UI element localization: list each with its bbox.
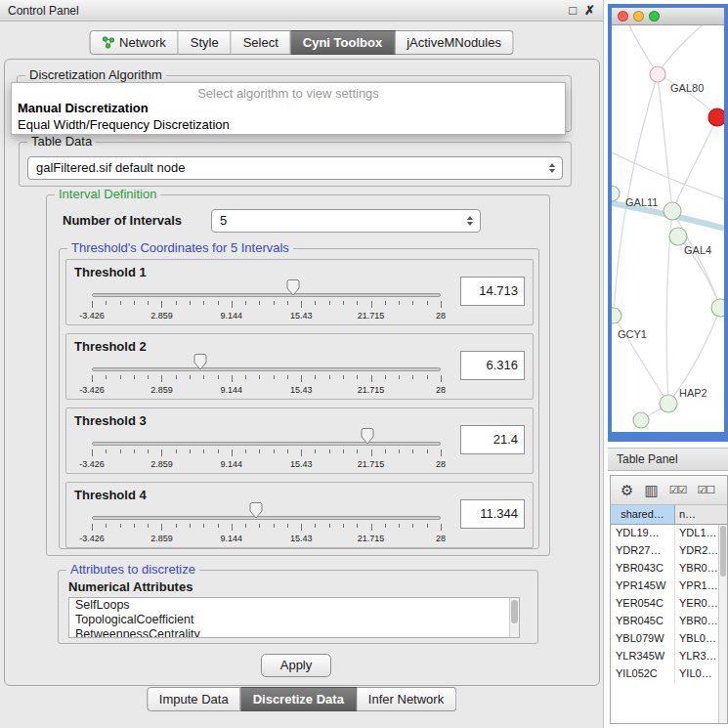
cell-shared-name[interactable]: YLR345W xyxy=(611,648,675,665)
tab-discretize-data[interactable]: Discretize Data xyxy=(241,687,357,711)
scrollbar-thumb[interactable] xyxy=(511,600,518,623)
slider-tick xyxy=(232,301,233,308)
network-node[interactable] xyxy=(633,412,649,428)
cell-name[interactable]: YDR2… xyxy=(675,542,718,560)
network-node[interactable] xyxy=(711,299,724,317)
minimize-traffic-light-icon[interactable] xyxy=(633,11,644,21)
table-row[interactable]: YBR043CYBR0… xyxy=(611,560,718,578)
table-scrollbar[interactable] xyxy=(718,525,727,723)
tab-select[interactable]: Select xyxy=(232,30,291,55)
network-node[interactable] xyxy=(669,228,687,245)
threshold-value-field[interactable]: 21.4 xyxy=(460,425,525,454)
network-edge[interactable] xyxy=(614,74,658,316)
cell-shared-name[interactable]: YBL079W xyxy=(611,630,675,648)
cell-name[interactable]: YBR0… xyxy=(675,560,718,578)
network-canvas[interactable]: GAL80GAL11GAL4GCY1HAP2 xyxy=(612,25,724,431)
slider-tick xyxy=(161,375,162,382)
cell-name[interactable]: YIL0… xyxy=(675,665,718,683)
threshold-slider[interactable]: -3.4262.8599.14415.4321.71528 xyxy=(92,483,441,547)
threshold-slider[interactable]: -3.4262.8599.14415.4321.71528 xyxy=(92,334,441,399)
cell-shared-name[interactable]: YIL052C xyxy=(611,665,675,683)
tab-style[interactable]: Style xyxy=(179,30,232,55)
close-traffic-light-icon[interactable] xyxy=(618,11,628,21)
dropdown-option-equal-width-frequency[interactable]: Equal Width/Frequency Discretization xyxy=(12,116,565,133)
attribute-item[interactable]: BetweennessCentrality xyxy=(69,627,519,638)
slider-thumb[interactable] xyxy=(286,279,300,296)
network-edge[interactable] xyxy=(658,25,702,74)
close-icon[interactable]: ✗ xyxy=(584,3,595,18)
table-row[interactable]: YBR045CYBR0… xyxy=(611,613,718,630)
slider-track[interactable] xyxy=(92,367,441,371)
threshold-value-field[interactable]: 14.713 xyxy=(460,277,525,306)
slider-thumb[interactable] xyxy=(361,428,374,445)
threshold-value-field[interactable]: 11.344 xyxy=(460,499,525,529)
select-rows-icon[interactable]: ☑☐ xyxy=(697,485,714,495)
threshold-slider[interactable]: -3.4262.8599.14415.4321.71528 xyxy=(92,260,441,324)
cell-shared-name[interactable]: YBR045C xyxy=(611,613,675,630)
cell-name[interactable]: YDL1… xyxy=(675,525,718,542)
cell-name[interactable]: YLR3… xyxy=(675,648,718,665)
float-window-icon[interactable]: □ xyxy=(569,3,577,18)
table-panel-titlebar[interactable]: Table Panel xyxy=(608,448,728,471)
tab-cyni-toolbox[interactable]: Cyni Toolbox xyxy=(291,30,395,55)
table-row[interactable]: YPR145WYPR1… xyxy=(611,578,718,595)
threshold-slider[interactable]: -3.4262.8599.14415.4321.71528 xyxy=(92,408,441,473)
table-row[interactable]: YIL052CYIL0… xyxy=(611,665,718,683)
network-node[interactable] xyxy=(660,395,677,412)
list-scrollbar[interactable] xyxy=(509,598,519,637)
cell-name[interactable]: YBR0… xyxy=(675,613,718,630)
network-node[interactable] xyxy=(708,108,724,126)
number-of-intervals-select[interactable]: 5 xyxy=(211,209,481,233)
column-header-shared-name[interactable]: shared… xyxy=(611,505,675,524)
slider-tick-label: -3.426 xyxy=(79,534,105,543)
slider-tick xyxy=(218,375,219,379)
slider-thumb[interactable] xyxy=(249,502,263,519)
slider-track[interactable] xyxy=(92,293,441,297)
slider-thumb[interactable] xyxy=(193,354,207,370)
slider-tick xyxy=(343,301,344,305)
apply-button[interactable]: Apply xyxy=(261,654,331,677)
table-row[interactable]: YDR27…YDR2… xyxy=(611,542,718,560)
cell-shared-name[interactable]: YDL19… xyxy=(611,525,675,542)
zoom-traffic-light-icon[interactable] xyxy=(649,11,660,21)
cell-shared-name[interactable]: YBR043C xyxy=(611,560,675,578)
table-data-select[interactable]: galFiltered.sif default node xyxy=(27,156,563,180)
network-node[interactable] xyxy=(650,66,665,82)
network-node[interactable] xyxy=(664,202,681,220)
cell-shared-name[interactable]: YDR27… xyxy=(611,542,675,560)
cell-name[interactable]: YER0… xyxy=(675,595,718,613)
tab-jactivemnodules[interactable]: jActiveMNodules xyxy=(395,30,514,55)
network-edge[interactable] xyxy=(629,25,658,74)
network-edge[interactable] xyxy=(672,117,717,211)
slider-track[interactable] xyxy=(92,442,441,446)
attribute-item[interactable]: SelfLoops xyxy=(69,598,519,613)
table-row[interactable]: YER054CYER0… xyxy=(611,595,718,613)
network-edge[interactable] xyxy=(658,74,717,117)
slider-track[interactable] xyxy=(92,516,441,520)
table-row[interactable]: YBL079WYBL0… xyxy=(611,630,718,648)
tab-network[interactable]: Network xyxy=(89,30,179,55)
select-all-rows-icon[interactable]: ☑☑ xyxy=(669,485,687,495)
cell-shared-name[interactable]: YER054C xyxy=(611,595,675,613)
columns-icon[interactable]: ▥ xyxy=(644,483,658,497)
cell-name[interactable]: YBL0… xyxy=(675,630,718,648)
scrollbar-thumb[interactable] xyxy=(720,526,726,577)
column-header-name[interactable]: n… xyxy=(675,505,727,524)
cell-name[interactable]: YPR1… xyxy=(675,578,718,595)
threshold-value-field[interactable]: 6.316 xyxy=(460,351,525,380)
slider-tick-label: 15.43 xyxy=(290,459,313,469)
dropdown-option-manual-discretization[interactable]: Manual Discretization xyxy=(12,100,565,116)
slider-tick xyxy=(176,375,177,379)
network-edge[interactable] xyxy=(658,74,672,211)
tab-infer-network[interactable]: Infer Network xyxy=(357,687,456,711)
slider-tick xyxy=(274,450,275,453)
table-row[interactable]: YDL19…YDL1… xyxy=(611,525,718,542)
cell-shared-name[interactable]: YPR145W xyxy=(611,578,675,595)
slider-tick xyxy=(161,301,162,308)
network-node[interactable] xyxy=(612,308,621,323)
gear-icon[interactable]: ⚙ xyxy=(621,483,633,497)
table-row[interactable]: YLR345WYLR3… xyxy=(611,648,718,665)
tab-impute-data[interactable]: Impute Data xyxy=(147,687,241,711)
network-node[interactable] xyxy=(612,186,620,201)
attribute-item[interactable]: TopologicalCoefficient xyxy=(69,613,519,627)
